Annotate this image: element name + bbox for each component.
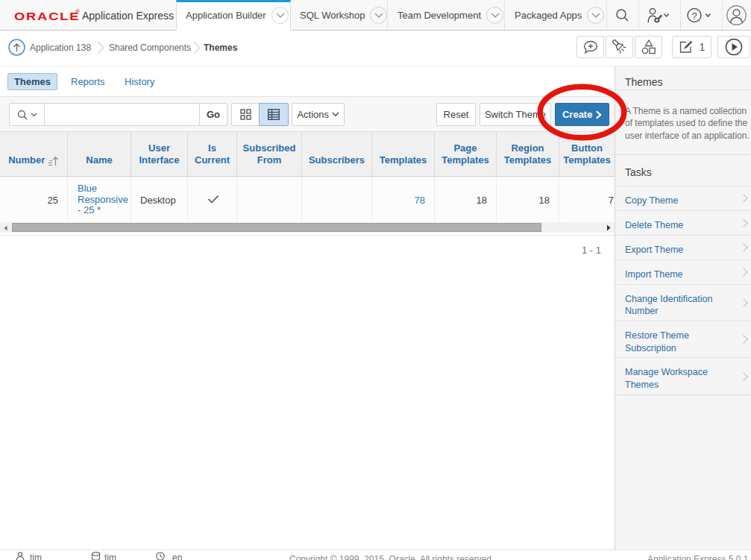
svg-text:?: ?	[691, 10, 697, 22]
